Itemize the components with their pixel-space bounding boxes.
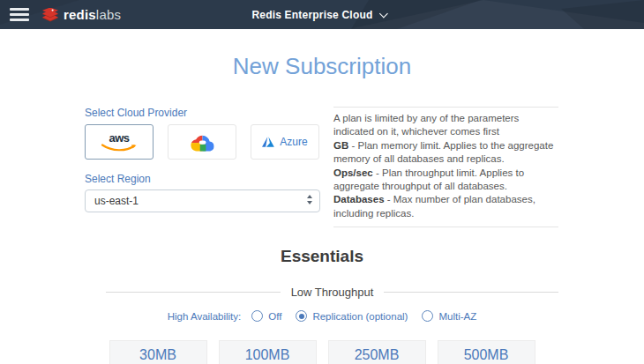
azure-label: Azure bbox=[280, 136, 307, 148]
radio-icon bbox=[296, 310, 307, 322]
high-availability-row: High Availability: Off Replication (opti… bbox=[0, 310, 644, 322]
app-switcher-label: Redis Enterprise Cloud bbox=[251, 9, 372, 21]
plan-cards-row: 30MB 1 Databases 100MB 4 Databases 250MB… bbox=[0, 340, 644, 364]
plan-info-text: A plan is limited by any of the paramete… bbox=[333, 107, 558, 227]
plan-info-opssec: Ops/sec - Plan throughput limit. Applies… bbox=[333, 167, 558, 194]
plan-info-gb: GB - Plan memory limit. Applies to the a… bbox=[333, 139, 558, 167]
radio-icon bbox=[422, 310, 433, 322]
plan-size: 250MB bbox=[329, 341, 425, 364]
app-switcher[interactable]: Redis Enterprise Cloud bbox=[251, 9, 386, 21]
redislabs-logo[interactable]: redislabs bbox=[42, 7, 121, 22]
plan-card-500mb[interactable]: 500MB 12 Databases bbox=[438, 340, 535, 364]
group-title: Low Throughput bbox=[281, 286, 385, 299]
region-select[interactable]: us-east-1 bbox=[85, 189, 320, 212]
page-title: New Subscription bbox=[0, 53, 644, 80]
ha-option-off[interactable]: Off bbox=[251, 310, 281, 322]
chevron-down-icon bbox=[379, 9, 388, 18]
group-divider: Low Throughput bbox=[106, 286, 558, 299]
logo-text: redislabs bbox=[64, 7, 121, 22]
plan-size: 500MB bbox=[438, 341, 535, 364]
provider-azure[interactable]: Azure bbox=[251, 124, 319, 160]
plan-size: 30MB bbox=[110, 341, 206, 364]
ha-option-multi-az[interactable]: Multi-AZ bbox=[422, 310, 476, 322]
provider-google-cloud[interactable] bbox=[168, 124, 236, 160]
tier-title: Essentials bbox=[0, 247, 644, 266]
provider-region-column: Select Cloud Provider aws bbox=[85, 107, 320, 227]
ha-option-replication[interactable]: Replication (optional) bbox=[296, 310, 408, 322]
plan-card-30mb[interactable]: 30MB 1 Databases bbox=[109, 340, 207, 364]
plan-info-databases: Databases - Max number of plan databases… bbox=[333, 193, 558, 220]
high-availability-label: High Availability: bbox=[168, 311, 242, 322]
provider-aws[interactable]: aws bbox=[85, 124, 154, 160]
region-label: Select Region bbox=[85, 173, 320, 185]
azure-logo bbox=[262, 137, 274, 147]
plan-info-intro: A plan is limited by any of the paramete… bbox=[333, 112, 558, 139]
aws-logo: aws bbox=[101, 132, 138, 152]
plan-card-250mb[interactable]: 250MB 8 Databases bbox=[328, 340, 426, 364]
plan-card-100mb[interactable]: 100MB 4 Databases bbox=[219, 340, 317, 364]
plan-size: 100MB bbox=[220, 341, 316, 364]
hamburger-icon[interactable] bbox=[10, 8, 29, 21]
subscription-form: Select Cloud Provider aws bbox=[85, 107, 644, 227]
radio-icon bbox=[251, 310, 263, 322]
provider-row: aws bbox=[85, 124, 320, 160]
google-cloud-logo bbox=[191, 133, 214, 152]
cloud-provider-label: Select Cloud Provider bbox=[85, 107, 320, 119]
redis-cube-icon bbox=[42, 8, 58, 22]
top-header: redislabs Redis Enterprise Cloud bbox=[0, 0, 644, 29]
region-select-wrap: us-east-1 bbox=[85, 189, 320, 212]
